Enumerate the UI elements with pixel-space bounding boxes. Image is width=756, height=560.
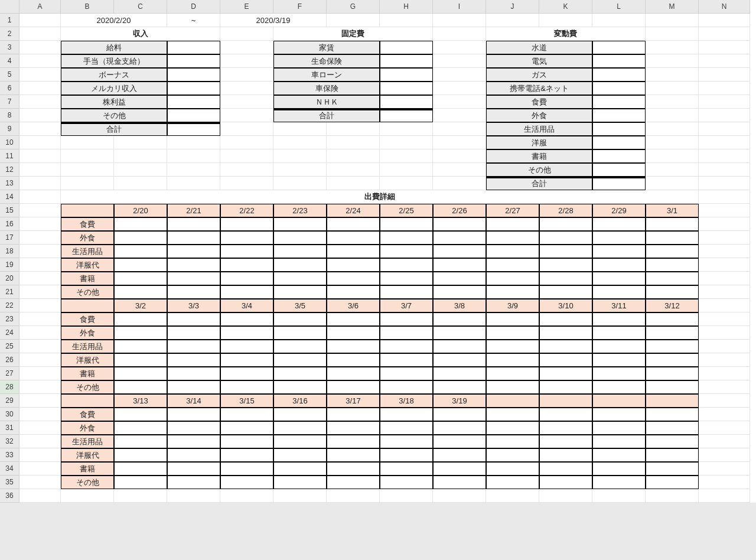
cell[interactable] [19, 41, 61, 54]
detail-date[interactable]: 3/12 [646, 299, 699, 312]
detail-category[interactable]: 洋服代 [61, 353, 114, 367]
detail-cell[interactable] [539, 448, 592, 462]
cell[interactable] [273, 177, 327, 190]
cell[interactable] [19, 380, 61, 394]
detail-cell[interactable] [539, 312, 592, 326]
cell[interactable] [699, 448, 750, 462]
detail-cell[interactable] [380, 435, 433, 448]
detail-cell[interactable] [486, 353, 539, 367]
cell[interactable] [699, 245, 750, 258]
cell[interactable] [19, 312, 61, 326]
row-header[interactable]: 1 [0, 14, 19, 27]
cell[interactable] [699, 435, 750, 448]
detail-date[interactable]: 3/5 [273, 299, 327, 312]
column-header[interactable]: L [592, 0, 646, 14]
fixed-row-label[interactable]: 家賃 [273, 41, 380, 54]
cell[interactable] [273, 489, 327, 503]
column-header[interactable]: F [273, 0, 327, 14]
fixed-row-value[interactable] [380, 68, 433, 82]
row-header[interactable]: 7 [0, 95, 19, 109]
cell[interactable] [220, 82, 273, 95]
detail-cell[interactable] [273, 217, 327, 231]
detail-date[interactable]: 2/23 [273, 204, 327, 217]
cell[interactable] [19, 95, 61, 109]
detail-cell[interactable] [114, 367, 167, 380]
detail-cell[interactable] [167, 380, 220, 394]
detail-category[interactable]: 食費 [61, 408, 114, 421]
detail-cell[interactable] [380, 380, 433, 394]
cell[interactable] [327, 14, 380, 27]
detail-cell[interactable] [539, 380, 592, 394]
detail-cell[interactable] [327, 353, 380, 367]
row-header[interactable]: 30 [0, 408, 19, 421]
fixed-total-value[interactable] [380, 109, 433, 122]
row-header[interactable]: 24 [0, 326, 19, 340]
row-header[interactable]: 25 [0, 340, 19, 353]
detail-cell[interactable] [220, 353, 273, 367]
cell[interactable] [19, 326, 61, 340]
cell[interactable] [699, 190, 750, 204]
detail-cell[interactable] [220, 367, 273, 380]
variable-row-value[interactable] [592, 41, 646, 54]
detail-cell[interactable] [539, 462, 592, 476]
cell[interactable] [220, 54, 273, 68]
detail-date[interactable]: 3/14 [167, 394, 220, 408]
detail-cell[interactable] [592, 462, 646, 476]
detail-cell[interactable] [592, 435, 646, 448]
column-header[interactable]: K [539, 0, 592, 14]
detail-cell[interactable] [220, 326, 273, 340]
detail-cell[interactable] [592, 285, 646, 299]
cell[interactable] [380, 14, 433, 27]
detail-cell[interactable] [167, 285, 220, 299]
fixed-row-value[interactable] [380, 95, 433, 109]
detail-cell[interactable] [486, 340, 539, 353]
cell[interactable] [19, 245, 61, 258]
cell[interactable] [433, 27, 486, 41]
detail-cell[interactable] [539, 435, 592, 448]
variable-row-value[interactable] [592, 82, 646, 95]
column-header[interactable]: A [19, 0, 61, 14]
fixed-total-label[interactable]: 合計 [273, 109, 380, 122]
income-row-value[interactable] [167, 68, 220, 82]
cell[interactable] [327, 489, 380, 503]
cell[interactable] [220, 163, 273, 177]
cell[interactable] [699, 380, 750, 394]
cell[interactable] [220, 27, 273, 41]
detail-cell[interactable] [380, 367, 433, 380]
cell[interactable] [19, 435, 61, 448]
detail-date[interactable]: 3/6 [327, 299, 380, 312]
detail-cell[interactable] [273, 231, 327, 245]
cell[interactable] [19, 231, 61, 245]
variable-row-value[interactable] [592, 163, 646, 177]
detail-date[interactable]: 3/4 [220, 299, 273, 312]
detail-date[interactable]: 2/20 [114, 204, 167, 217]
cell[interactable] [699, 122, 750, 136]
cell[interactable] [646, 14, 699, 27]
cell[interactable] [486, 14, 539, 27]
cell[interactable] [646, 177, 699, 190]
detail-cell[interactable] [380, 272, 433, 285]
detail-cell[interactable] [539, 272, 592, 285]
row-header[interactable]: 35 [0, 476, 19, 489]
row-header[interactable]: 12 [0, 163, 19, 177]
detail-cell[interactable] [167, 421, 220, 435]
detail-cell[interactable] [327, 272, 380, 285]
row-header[interactable]: 2 [0, 27, 19, 41]
detail-date[interactable]: 2/27 [486, 204, 539, 217]
detail-cell[interactable] [592, 245, 646, 258]
detail-cell[interactable] [646, 340, 699, 353]
cell[interactable] [699, 177, 750, 190]
cell[interactable] [19, 272, 61, 285]
detail-cell[interactable] [273, 285, 327, 299]
detail-cell[interactable] [646, 272, 699, 285]
column-header[interactable]: C [114, 0, 167, 14]
detail-category[interactable]: 外食 [61, 326, 114, 340]
fixed-row-label[interactable]: 車保険 [273, 82, 380, 95]
cell[interactable] [19, 149, 61, 163]
detail-category[interactable]: 書籍 [61, 462, 114, 476]
cell[interactable] [220, 41, 273, 54]
cell[interactable] [19, 476, 61, 489]
income-row-label[interactable]: 手当（現金支給） [61, 54, 167, 68]
detail-cell[interactable] [114, 231, 167, 245]
cell[interactable] [699, 476, 750, 489]
